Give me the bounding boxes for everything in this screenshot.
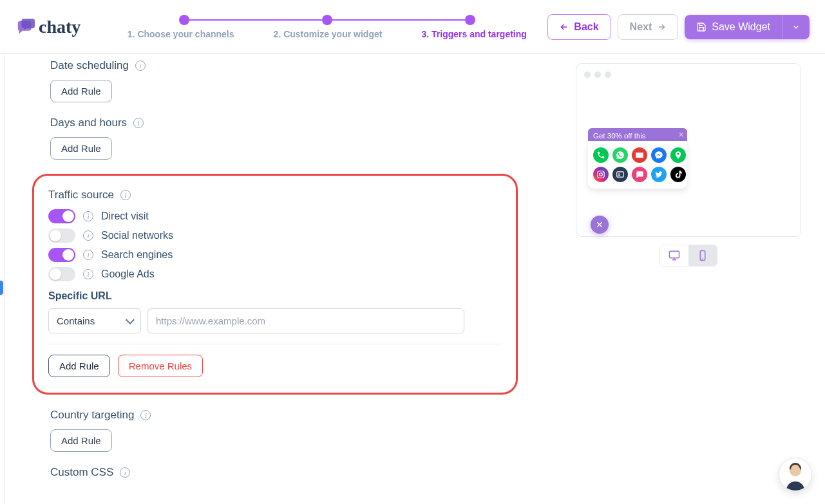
location-icon[interactable] <box>670 147 686 163</box>
preview-column: Get 30% off this halloween ✕ ✕ <box>567 54 825 504</box>
info-icon[interactable]: i <box>120 467 130 478</box>
logo-text: chaty <box>39 17 81 37</box>
traffic-source-title: Traffic source <box>48 189 114 201</box>
vcard-icon[interactable] <box>612 167 628 182</box>
divider <box>48 344 502 344</box>
logo-mark-icon <box>15 17 35 37</box>
close-icon[interactable]: ✕ <box>677 131 685 138</box>
add-rule-country-targeting-button[interactable]: Add Rule <box>50 429 112 452</box>
search-engines-toggle[interactable] <box>48 248 75 262</box>
step-1-dot[interactable] <box>179 15 189 25</box>
app-header: chaty 1. Choose your channels 2. Customi… <box>0 0 825 54</box>
country-targeting-title: Country targeting <box>50 409 134 422</box>
chevron-down-icon <box>792 23 801 32</box>
add-rule-date-scheduling-button[interactable]: Add Rule <box>50 80 112 102</box>
device-toggle <box>659 245 717 266</box>
svg-rect-8 <box>670 251 679 258</box>
sms-icon[interactable] <box>632 167 647 182</box>
search-engines-label: Search engines <box>101 249 173 261</box>
remove-rules-button[interactable]: Remove Rules <box>118 355 203 377</box>
step-3-label[interactable]: 3. Triggers and targeting <box>421 29 526 39</box>
next-button[interactable]: Next <box>618 14 679 40</box>
step-2-label[interactable]: 2. Customize your widget <box>274 29 383 39</box>
url-match-select[interactable]: Contains <box>48 308 141 333</box>
step-3-dot[interactable] <box>465 15 475 25</box>
google-ads-label: Google Ads <box>101 268 155 280</box>
mobile-icon <box>697 250 708 261</box>
save-widget-more-button[interactable] <box>782 15 810 39</box>
section-days-hours: Days and hours i Add Rule <box>50 117 540 160</box>
whatsapp-icon[interactable] <box>612 147 628 163</box>
section-traffic-source: Traffic source i i Direct visit i Social… <box>32 174 518 395</box>
add-rule-traffic-source-button[interactable]: Add Rule <box>48 355 110 377</box>
mobile-preview-button[interactable] <box>688 245 717 266</box>
svg-point-6 <box>639 174 640 174</box>
direct-visit-toggle[interactable] <box>48 209 75 223</box>
progress-steps: 1. Choose your channels 2. Customize you… <box>106 15 547 39</box>
save-widget-button[interactable]: Save Widget <box>685 15 782 39</box>
step-2-dot[interactable] <box>322 15 332 25</box>
add-rule-days-hours-button[interactable]: Add Rule <box>50 137 112 160</box>
info-icon[interactable]: i <box>83 269 93 279</box>
direct-visit-label: Direct visit <box>101 210 149 222</box>
svg-point-1 <box>600 173 603 176</box>
svg-point-7 <box>640 174 641 174</box>
desktop-preview-button[interactable] <box>660 245 688 266</box>
url-input[interactable] <box>147 308 464 333</box>
info-icon[interactable]: i <box>83 250 93 260</box>
tiktok-icon[interactable] <box>670 167 686 182</box>
section-custom-css: Custom CSS i <box>50 466 540 479</box>
desktop-icon <box>669 250 680 261</box>
header-actions: Back Next Save Widget <box>547 14 810 40</box>
info-icon[interactable]: i <box>133 118 144 128</box>
social-networks-toggle[interactable] <box>48 229 75 243</box>
logo[interactable]: chaty <box>15 17 81 37</box>
custom-css-title: Custom CSS <box>50 466 113 479</box>
section-country-targeting: Country targeting i Add Rule <box>50 409 540 452</box>
left-rail <box>0 54 5 504</box>
messenger-icon[interactable] <box>651 147 667 163</box>
preview-close-bubble[interactable]: ✕ <box>591 216 609 234</box>
date-scheduling-title: Date scheduling <box>50 59 129 72</box>
phone-icon[interactable] <box>593 147 609 163</box>
google-ads-toggle[interactable] <box>48 267 75 281</box>
specific-url-heading: Specific URL <box>48 290 502 302</box>
twitter-icon[interactable] <box>651 167 667 182</box>
days-hours-title: Days and hours <box>50 117 127 129</box>
info-icon[interactable]: i <box>83 211 93 221</box>
info-icon[interactable]: i <box>135 61 146 71</box>
avatar-icon <box>782 461 808 490</box>
preview-card: Get 30% off this halloween ✕ ✕ <box>576 63 801 237</box>
instagram-icon[interactable] <box>593 167 609 182</box>
mac-dots <box>584 71 793 78</box>
svg-point-2 <box>603 172 603 173</box>
email-icon[interactable] <box>632 147 647 163</box>
arrow-left-icon <box>560 23 569 32</box>
svg-point-5 <box>638 174 639 174</box>
svg-rect-3 <box>617 172 624 177</box>
support-avatar[interactable] <box>779 458 812 491</box>
social-networks-label: Social networks <box>101 230 173 241</box>
svg-point-4 <box>618 173 620 174</box>
save-icon <box>696 22 706 32</box>
arrow-right-icon <box>657 23 666 32</box>
info-icon[interactable]: i <box>83 230 93 241</box>
info-icon[interactable]: i <box>120 190 131 200</box>
content-area[interactable]: Date scheduling i Add Rule Days and hour… <box>5 54 567 504</box>
back-button[interactable]: Back <box>547 14 611 40</box>
info-icon[interactable]: i <box>140 410 151 420</box>
save-widget-group: Save Widget <box>685 15 810 39</box>
preview-channel-grid <box>588 141 687 189</box>
main-layout: Date scheduling i Add Rule Days and hour… <box>0 54 825 504</box>
section-date-scheduling: Date scheduling i Add Rule <box>50 59 540 102</box>
step-1-label[interactable]: 1. Choose your channels <box>128 29 234 39</box>
